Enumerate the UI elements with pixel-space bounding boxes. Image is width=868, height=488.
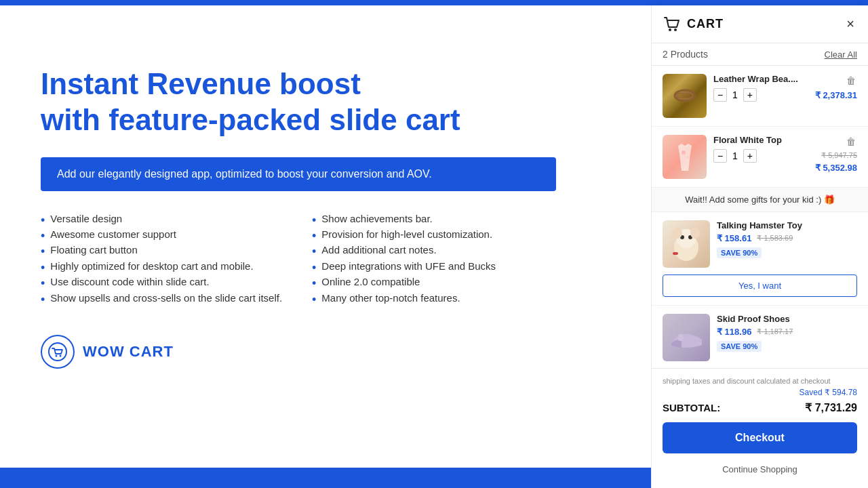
cart-item-details: Floral White Top − 1 + xyxy=(713,135,808,165)
cart-item-price: ₹ 5,352.98 xyxy=(815,163,857,173)
gift-item-image xyxy=(663,314,710,361)
gift-current-price: ₹ 158.61 xyxy=(717,233,751,243)
feature-item: • Show upsells and cross-sells on the sl… xyxy=(41,292,285,308)
feature-item: • Versatile design xyxy=(41,213,285,228)
feature-item: • Deep integrations with UFE and Bucks xyxy=(312,260,556,276)
subtotal-amount: ₹ 7,731.29 xyxy=(805,401,857,414)
subtotal-label: SUBTOTAL: xyxy=(663,402,720,413)
shipping-note: shipping taxes and discount calculated a… xyxy=(663,377,857,385)
bullet-icon: • xyxy=(41,228,45,244)
svg-point-8 xyxy=(682,150,686,155)
bullet-icon: • xyxy=(312,276,316,291)
main-content: Instant Revenue boost with feature-packe… xyxy=(0,5,868,488)
svg-point-15 xyxy=(673,228,682,239)
gift-item: Talking Hamster Toy ₹ 158.61 ₹ 1,583.69 … xyxy=(652,212,868,306)
feature-item: • Add additional cart notes. xyxy=(312,244,556,260)
gift-save-badge: SAVE 90% xyxy=(717,341,762,352)
cart-item-details: Leather Wrap Bea.... − 1 + xyxy=(713,74,808,104)
gift-price-row: ₹ 158.61 ₹ 1,583.69 xyxy=(717,233,857,243)
clear-all-button[interactable]: Clear All xyxy=(825,49,857,60)
cart-header-left: CART xyxy=(663,15,724,34)
bullet-icon: • xyxy=(312,292,316,308)
svg-point-0 xyxy=(49,343,66,361)
cart-close-button[interactable]: × xyxy=(844,14,857,35)
gift-item-image xyxy=(663,220,710,268)
cart-item-image xyxy=(663,74,707,118)
cart-item-image xyxy=(663,135,707,179)
cart-item-name: Floral White Top xyxy=(713,135,808,145)
brand-footer: WOW CART xyxy=(41,335,610,369)
bullet-icon: • xyxy=(41,292,45,308)
cart-header: CART × xyxy=(652,5,868,43)
svg-point-4 xyxy=(674,28,677,31)
bullet-icon: • xyxy=(41,260,45,276)
feature-item: • Highly optimized for desktop cart and … xyxy=(41,260,285,276)
svg-rect-7 xyxy=(675,93,695,98)
page-content: Instant Revenue boost with feature-packe… xyxy=(0,5,651,488)
gift-item-name: Talking Hamster Toy xyxy=(717,220,857,230)
cart-title: CART xyxy=(687,17,724,31)
cart-panel: CART × 2 Products Clear All xyxy=(651,5,868,488)
cart-item: Leather Wrap Bea.... − 1 + 🗑 ₹ 2,378.31 xyxy=(652,66,868,127)
gift-item-top: Talking Hamster Toy ₹ 158.61 ₹ 1,583.69 … xyxy=(663,220,857,268)
quantity-decrease-button[interactable]: − xyxy=(713,149,727,163)
brand-icon xyxy=(41,335,75,369)
quantity-decrease-button[interactable]: − xyxy=(713,88,727,102)
svg-rect-17 xyxy=(673,252,678,255)
feature-item: • Provision for high-level customization… xyxy=(312,228,556,244)
gift-item: Skid Proof Shoes ₹ 118.96 ₹ 1,187.17 SAV… xyxy=(652,306,868,368)
cart-product-count: 2 Products xyxy=(663,49,708,60)
cart-item-price: ₹ 2,378.31 xyxy=(815,90,857,100)
checkout-button[interactable]: Checkout xyxy=(663,422,857,453)
bottom-blue-bar xyxy=(0,468,651,488)
features-right: • Show achievements bar. • Provision for… xyxy=(312,213,556,308)
delete-item-button[interactable]: 🗑 xyxy=(845,74,857,87)
quantity-value: 1 xyxy=(732,150,738,161)
features-left: • Versatile design • Awesome customer su… xyxy=(41,213,285,308)
yes-i-want-button[interactable]: Yes, I want xyxy=(663,274,857,297)
cart-item-name: Leather Wrap Bea.... xyxy=(713,74,808,84)
svg-point-16 xyxy=(690,228,700,239)
brand-name: WOW CART xyxy=(83,343,174,361)
svg-rect-18 xyxy=(678,334,684,341)
hero-title: Instant Revenue boost with feature-packe… xyxy=(41,66,610,138)
gift-current-price: ₹ 118.96 xyxy=(717,327,751,337)
gift-original-price: ₹ 1,187.17 xyxy=(757,327,793,336)
cart-item-quantity: − 1 + xyxy=(713,149,808,163)
bullet-icon: • xyxy=(312,260,316,276)
svg-point-1 xyxy=(56,354,58,357)
bullet-icon: • xyxy=(41,276,45,291)
svg-point-2 xyxy=(60,354,62,357)
delete-item-button[interactable]: 🗑 xyxy=(845,135,857,148)
bullet-icon: • xyxy=(41,213,45,228)
top-bar xyxy=(0,0,868,5)
feature-item: • Floating cart button xyxy=(41,244,285,260)
quantity-increase-button[interactable]: + xyxy=(743,149,757,163)
feature-item: • Use discount code within slide cart. xyxy=(41,276,285,291)
gift-item-details: Skid Proof Shoes ₹ 118.96 ₹ 1,187.17 SAV… xyxy=(717,314,857,361)
cart-item-original-price: ₹ 5,947.75 xyxy=(821,151,857,160)
gift-original-price: ₹ 1,583.69 xyxy=(757,234,793,243)
cart-item: Floral White Top − 1 + 🗑 ₹ 5,947.75 ₹ 5,… xyxy=(652,127,868,188)
bullet-icon: • xyxy=(312,213,316,228)
cart-meta: 2 Products Clear All xyxy=(652,43,868,66)
continue-shopping-button[interactable]: Continue Shopping xyxy=(663,459,857,480)
cart-footer: shipping taxes and discount calculated a… xyxy=(652,368,868,488)
cart-icon xyxy=(663,15,682,34)
subtitle-text: Add our elegantly designed app, optimize… xyxy=(57,168,432,180)
feature-item: • Show achievements bar. xyxy=(312,213,556,228)
bullet-icon: • xyxy=(312,228,316,244)
gift-item-name: Skid Proof Shoes xyxy=(717,314,857,324)
quantity-value: 1 xyxy=(732,89,738,100)
wow-cart-logo-icon xyxy=(47,342,68,362)
feature-item: • Awesome customer support xyxy=(41,228,285,244)
features-grid: • Versatile design • Awesome customer su… xyxy=(41,213,556,308)
gift-item-top: Skid Proof Shoes ₹ 118.96 ₹ 1,187.17 SAV… xyxy=(663,314,857,361)
gift-save-badge: SAVE 90% xyxy=(717,247,762,258)
bullet-icon: • xyxy=(41,244,45,260)
cart-item-right: 🗑 ₹ 5,947.75 ₹ 5,352.98 xyxy=(815,135,857,173)
feature-item: • Online 2.0 compatible xyxy=(312,276,556,291)
gifts-banner: Wait!! Add some gifts for your kid :) 🎁 xyxy=(652,188,868,212)
quantity-increase-button[interactable]: + xyxy=(743,88,757,102)
gift-price-row: ₹ 118.96 ₹ 1,187.17 xyxy=(717,327,857,337)
